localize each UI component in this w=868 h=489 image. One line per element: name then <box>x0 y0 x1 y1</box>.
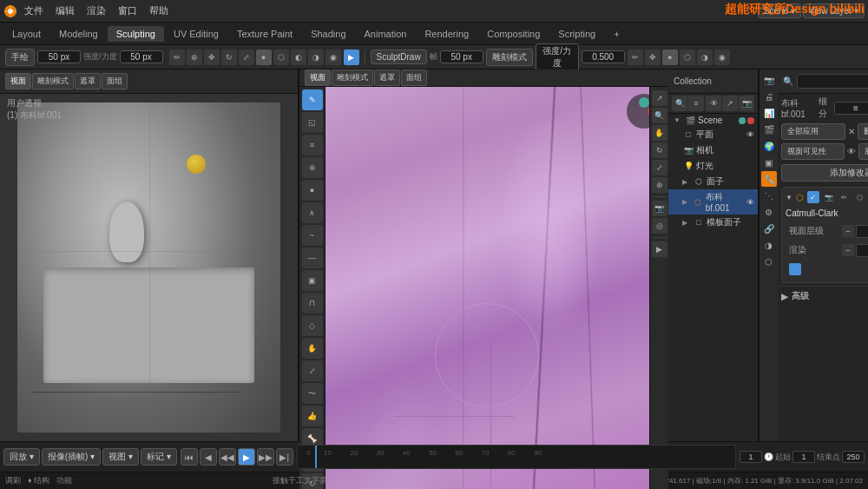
prop-tab-modifier[interactable]: 🔧 <box>761 171 777 187</box>
tool-layer[interactable]: ≡ <box>302 135 323 155</box>
right-toolbar-hand[interactable]: ✋ <box>652 125 667 141</box>
right-toolbar-scale2[interactable]: ⤢ <box>652 160 667 175</box>
outliner-filter-btn[interactable]: ≡ <box>688 96 704 111</box>
tab-shading[interactable]: Shading <box>302 26 354 42</box>
icon-move[interactable]: ✥ <box>204 50 220 65</box>
tool-scrape[interactable]: ⊓ <box>302 293 323 314</box>
right-toolbar-snap[interactable]: ◎ <box>652 218 667 234</box>
tool-snake[interactable]: 〜 <box>302 383 323 404</box>
modifier-active-icon[interactable]: ✓ <box>807 191 819 203</box>
center-view-btn[interactable]: 视面 <box>305 69 331 86</box>
sculpt-mode-selector[interactable]: 雕刻模式 <box>486 49 533 66</box>
tl-jump-start[interactable]: ⏮ <box>181 448 198 466</box>
tool-pinch[interactable]: ◇ <box>302 315 323 336</box>
sculpt-mode-btn[interactable]: SculptDraw <box>371 50 427 64</box>
strength-value-right[interactable]: 强度/力度 <box>536 43 579 71</box>
tab-texture-paint[interactable]: Texture Paint <box>228 26 301 42</box>
icon-right-wire2[interactable]: ⬡ <box>680 50 695 65</box>
render-levels-minus[interactable]: − <box>842 244 854 256</box>
right-toolbar-select[interactable]: ↗ <box>652 90 667 106</box>
timeline-view-btn[interactable]: 视图 ▾ <box>102 448 139 466</box>
prop-tab-physics[interactable]: ⚙ <box>761 204 777 220</box>
flat-eye[interactable]: 👁 <box>746 130 754 139</box>
center-mask-btn[interactable]: 遮罩 <box>374 69 400 86</box>
tab-scripting[interactable]: Scripting <box>549 26 604 42</box>
main-viewport[interactable]: ✛ ↗ 🔍 ✋ ↻ ⤢ ⊕ <box>326 87 668 489</box>
outliner-item-flat[interactable]: □ 平面 👁 <box>668 127 758 142</box>
modifier-view-icon[interactable]: 📷 <box>823 191 835 203</box>
outliner-item-camera[interactable]: 📷 相机 <box>668 142 758 158</box>
viewport-levels-value[interactable]: 2 <box>856 225 868 238</box>
menu-edit[interactable]: 编辑 <box>50 3 80 19</box>
prop-tab-constraints[interactable]: 🔗 <box>761 221 777 236</box>
advanced-section[interactable]: ▶ 高级 <box>778 286 868 304</box>
tl-play[interactable]: ▶ <box>238 448 255 466</box>
center-face-btn[interactable]: 面组 <box>401 69 427 86</box>
timeline-mode-btn[interactable]: 回放 ▾ <box>3 448 40 466</box>
mode-selector[interactable]: 手绘 <box>5 49 35 66</box>
tab-modeling[interactable]: Modeling <box>50 26 107 42</box>
outliner-item-facezi[interactable]: ▶ ⬡ 面子 <box>668 174 758 189</box>
tl-prev-key[interactable]: ◀ <box>200 448 217 466</box>
prop-tab-view-layer[interactable]: 📊 <box>761 105 777 121</box>
outliner-item-bukebf[interactable]: ▶ ⬡ 布科bf.001 👁 <box>668 189 758 215</box>
right-toolbar-search[interactable]: 🔍 <box>652 108 667 123</box>
timeline-markers-btn[interactable]: 标记 ▾ <box>141 448 177 466</box>
prop-tab-output[interactable]: 🖨 <box>761 89 777 104</box>
icon-select[interactable]: ⊕ <box>187 50 202 65</box>
frame-value[interactable]: 50 px <box>440 50 483 63</box>
optimize-display-checkbox[interactable] <box>789 263 801 275</box>
prop-tab-object[interactable]: ▣ <box>761 155 777 170</box>
icon-scale[interactable]: ⤢ <box>239 50 254 65</box>
tool-clay[interactable]: ◱ <box>302 112 323 133</box>
tl-next-frame[interactable]: ▶▶ <box>257 448 274 466</box>
icon-right-mat[interactable]: ◑ <box>697 50 713 65</box>
buke-eye[interactable]: 👁 <box>746 198 754 207</box>
viewport-levels-minus[interactable]: − <box>842 225 854 237</box>
strength-px-right[interactable]: 0.500 <box>582 50 625 63</box>
menu-window[interactable]: 窗口 <box>113 3 142 19</box>
prop-tab-render[interactable]: 📷 <box>761 72 777 88</box>
outliner-search-btn[interactable]: 🔍 <box>672 96 687 111</box>
modifier-expand-icon[interactable]: ▼ <box>786 194 792 202</box>
right-toolbar-cursor[interactable]: ⊕ <box>652 177 667 193</box>
prop-tab-particles[interactable]: ⋱ <box>761 188 777 203</box>
menu-file[interactable]: 文件 <box>19 3 49 19</box>
right-toolbar-rotate[interactable]: ↻ <box>652 142 667 158</box>
viewport-render[interactable] <box>17 102 280 433</box>
outliner-item-scene[interactable]: ▼ 🎬 Scene <box>668 114 758 127</box>
icon-draw-tool[interactable]: ✏ <box>169 50 185 65</box>
icon-solid[interactable]: ◐ <box>291 50 306 65</box>
tool-crease[interactable]: ∧ <box>302 202 323 223</box>
end-value[interactable]: 250 <box>842 451 865 463</box>
prop-subdivision-icon[interactable]: ≡ <box>834 102 868 115</box>
icon-viewport-shading[interactable]: ● <box>256 50 272 65</box>
tool-grab[interactable]: ✋ <box>302 338 323 359</box>
prop-tab-material[interactable]: ⬡ <box>761 254 777 269</box>
tab-animation[interactable]: Animation <box>356 26 416 42</box>
icon-play[interactable]: ▶ <box>344 50 359 65</box>
icon-material[interactable]: ◑ <box>308 50 324 65</box>
strength-px-left[interactable]: 50 px <box>120 50 163 63</box>
tool-blob[interactable]: ● <box>302 180 323 201</box>
icon-wire[interactable]: ⬡ <box>273 50 289 65</box>
tool-thumb[interactable]: 👍 <box>302 406 323 426</box>
modifier-edit-icon[interactable]: ✏ <box>838 191 851 203</box>
timeline-ruler[interactable]: 0 10 20 30 40 50 60 70 80 90 <box>297 445 736 469</box>
icon-right-rendered[interactable]: ◉ <box>714 50 730 65</box>
current-frame[interactable]: 1 <box>740 451 762 463</box>
tool-smooth[interactable]: ~ <box>302 225 323 246</box>
right-toolbar-play2[interactable]: ▶ <box>652 241 667 257</box>
prop-tab-data[interactable]: ◑ <box>761 237 777 253</box>
left-face-btn[interactable]: 面组 <box>102 73 128 89</box>
add-modifier-btn[interactable]: 添加修改器 <box>781 164 868 182</box>
tool-draw[interactable]: ✎ <box>302 89 323 110</box>
outliner-render-btn[interactable]: 📷 <box>739 96 754 111</box>
outliner-hide-btn[interactable]: 👁 <box>706 96 721 111</box>
prop-tab-world[interactable]: 🌍 <box>761 138 777 154</box>
sculpt-scene[interactable]: ✛ <box>326 87 668 489</box>
right-toolbar-camera[interactable]: 📷 <box>652 201 667 216</box>
tool-elastic[interactable]: ⤢ <box>302 360 323 381</box>
tab-layout[interactable]: Layout <box>3 26 49 42</box>
icon-right-shade[interactable]: ● <box>662 50 678 65</box>
